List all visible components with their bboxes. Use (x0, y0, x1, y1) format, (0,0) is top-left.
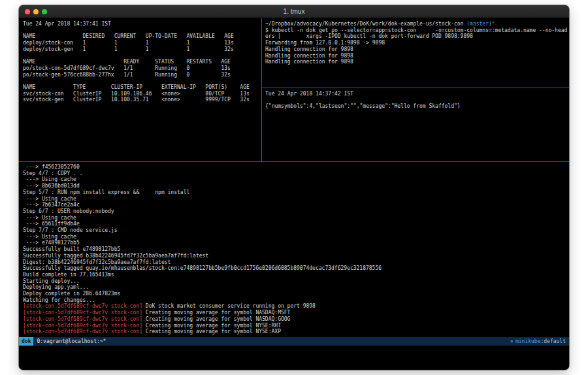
tmux-terminal: Tue 24 Apr 2018 14:37:41 IST NAME DESIRE… (19, 18, 569, 370)
terminal-line: Step 4/7 : COPY . . (23, 171, 568, 177)
terminal-line: ---> e74898127bb5 (23, 240, 568, 246)
pane-kubectl-resources[interactable]: Tue 24 Apr 2018 14:37:41 IST NAME DESIRE… (23, 21, 261, 159)
terminal-line: [stock-con-5d7df689cf-dwc7v stock-con] C… (23, 316, 568, 323)
terminal-line: svc/stock-con ClusterIP 10.109.186.46 <n… (23, 91, 261, 97)
pane-divider-vertical[interactable] (261, 18, 262, 161)
terminal-line: ---> Using cache (23, 215, 568, 221)
terminal-line: NAME TYPE CLUSTER-IP EXTERNAL-IP PORT(S)… (23, 84, 261, 91)
window-title: 1. tmux (19, 5, 569, 18)
terminal-line: {"numsymbols":4,"lastseen":"","message":… (265, 103, 568, 110)
terminal-line: Deploy complete in 286.647823ms (23, 291, 568, 297)
terminal-line (23, 53, 261, 59)
close-button[interactable] (25, 9, 30, 14)
terminal-line: ~/Dropbox/advocacy/Kubernetes/DoK/work/d… (265, 21, 568, 27)
terminal-line: ---> Using cache (23, 176, 568, 183)
terminal-line: ---> Using cache (23, 234, 568, 240)
pane-curl-output[interactable]: Tue 24 Apr 2018 14:37:42 IST {"numsymbol… (265, 91, 568, 160)
terminal-line: svc/stock-gen ClusterIP 10.100.35.71 <no… (23, 97, 261, 103)
terminal-line: deploy/stock-gen 1 1 1 1 32s (23, 46, 261, 53)
terminal-line: ers | xargs -IPOD kubectl -n dok port-fo… (265, 33, 568, 40)
terminal-line: Step 6/7 : USER nobody:nobody (23, 208, 568, 215)
tmux-session-name: dok (19, 337, 33, 346)
terminal-line (23, 78, 261, 84)
minimize-button[interactable] (33, 9, 39, 14)
terminal-line: Step 5/7 : RUN npm install express && np… (23, 189, 568, 196)
terminal-line: Handling connection for 9898 (265, 46, 568, 53)
terminal-line: Handling connection for 9898 (265, 53, 568, 59)
terminal-line: $ kubectl -n dok get po --selector=app=s… (265, 27, 568, 34)
terminal-line: Deploying app.yaml... (23, 284, 568, 291)
terminal-line: NAME READY STATUS RESTARTS AGE (23, 59, 261, 65)
window-titlebar[interactable]: 1. tmux (19, 5, 569, 18)
kube-context-indicator: ⎈minikube:default (510, 338, 566, 345)
terminal-line: Watching for changes... (23, 297, 568, 304)
terminal-line: ---> 7b6347ce2a4c (23, 202, 568, 208)
terminal-line: Tue 24 Apr 2018 14:37:42 IST (265, 91, 568, 97)
terminal-line: po/stock-con-5d7df689cf-dwc7v 1/1 Runnin… (23, 65, 261, 72)
window-controls (25, 9, 47, 14)
terminal-line: Successfully built e74898127bb5 (23, 246, 568, 253)
terminal-line: Successfully tagged b38b42246945fd7f32c5… (23, 253, 568, 259)
kube-context: minikube (515, 338, 541, 344)
terminal-line: [stock-con-5d7df689cf-dwc7v stock-con] D… (23, 303, 568, 310)
tmux-status-bar: dok 0:vagrant@localhost:~* ⎈minikube:def… (19, 337, 569, 346)
terminal-line: Step 7/7 : CMD node service.js (23, 227, 568, 234)
terminal-line: po/stock-gen-576cc688bb-277hx 1/1 Runnin… (23, 72, 261, 78)
kubernetes-helm-icon: ⎈ (510, 338, 514, 344)
terminal-line: Tue 24 Apr 2018 14:37:41 IST (23, 21, 261, 27)
terminal-line: [stock-con-5d7df689cf-dwc7v stock-con] C… (23, 310, 568, 316)
pane-divider-right-horizontal[interactable] (262, 88, 569, 88)
kube-namespace: :default (540, 338, 566, 344)
zoom-button[interactable] (42, 9, 47, 14)
terminal-window: 1. tmux Tue 24 Apr 2018 14:37:41 IST NAM… (19, 5, 569, 370)
terminal-line: ---> 65611ff9db4e (23, 221, 568, 227)
terminal-line: Build complete in 77.165413ms (23, 272, 568, 278)
terminal-line: Digest: b38b42246945fd7f32c5ba9aea7af7fd… (23, 259, 568, 266)
terminal-line: Starting deploy... (23, 278, 568, 285)
terminal-line: [stock-con-5d7df689cf-dwc7v stock-con] C… (23, 329, 568, 335)
tmux-window-label[interactable]: 0:vagrant@localhost:~* (37, 338, 106, 345)
terminal-line: Handling connection for 9898 (265, 59, 568, 65)
terminal-line: ---> Using cache (23, 196, 568, 203)
terminal-line: ---> f45623052760 (23, 164, 568, 171)
terminal-line (265, 97, 568, 104)
terminal-line: Forwarding from 127.0.0.1:9898 -> 9898 (265, 40, 568, 46)
pane-port-forward[interactable]: ~/Dropbox/advocacy/Kubernetes/DoK/work/d… (265, 21, 568, 86)
terminal-line: Successfully tagged quay.io/mhausenblas/… (23, 265, 568, 272)
pane-skaffold-log[interactable]: ---> f45623052760Step 4/7 : COPY . . ---… (23, 164, 568, 336)
terminal-line (23, 27, 261, 34)
terminal-line: NAME DESIRED CURRENT UP-TO-DATE AVAILABL… (23, 33, 261, 40)
pane-divider-full-horizontal[interactable] (19, 161, 569, 162)
terminal-line: deploy/stock-con 1 1 1 1 13s (23, 40, 261, 46)
terminal-line: [stock-con-5d7df689cf-dwc7v stock-con] C… (23, 323, 568, 329)
terminal-line: ---> 0b636bd013dd (23, 183, 568, 189)
